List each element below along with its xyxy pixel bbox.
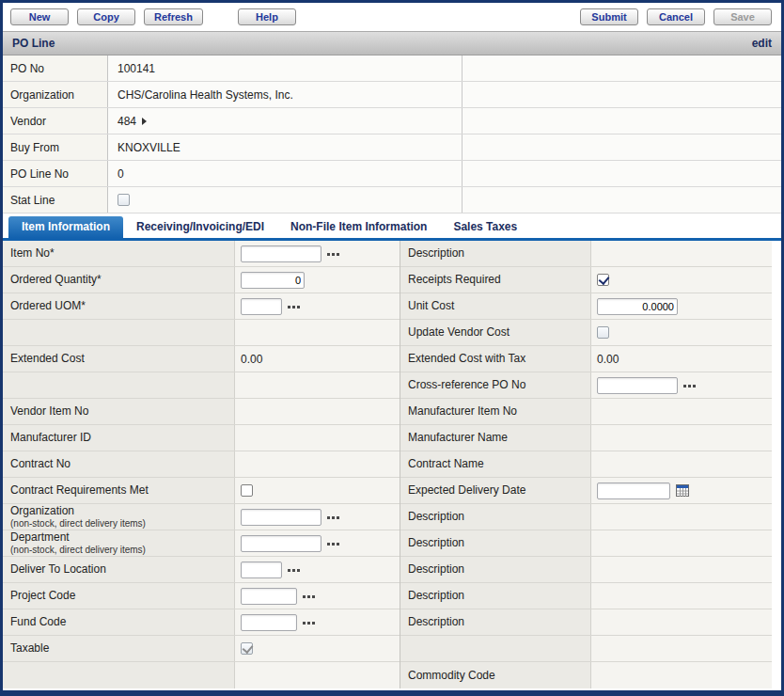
contract-no-label: Contract No [10,458,234,470]
taxable-checkbox[interactable] [241,642,253,655]
po-no-value: 100141 [108,55,463,81]
deliver-to-location-lookup-icon[interactable] [288,568,301,572]
new-button[interactable]: New [10,8,69,25]
organization-nonstock-label: Organization [10,505,234,517]
extended-cost-with-tax-label: Extended Cost with Tax [408,353,590,365]
project-code-row: Project Code [3,583,400,609]
blank-row [3,372,400,399]
cross-reference-po-no-lookup-icon[interactable] [683,384,697,388]
description-label: Description [408,511,590,523]
vendor-row: Vendor 484 [3,108,781,134]
organization-nonstock-sublabel: (non-stock, direct delivery items) [10,517,234,530]
update-vendor-cost-checkbox[interactable] [597,326,609,339]
cross-reference-po-no-row: Cross-reference PO No [400,372,772,399]
buy-from-row: Buy From KNOXVILLE [3,134,781,161]
item-information-panel: Item No* Ordered Quantity* Ordered UOM* [3,241,781,688]
item-no-row: Item No* [3,241,400,267]
item-no-input[interactable] [241,245,321,262]
project-code-label: Project Code [10,590,234,602]
ordered-quantity-input[interactable] [241,272,305,289]
buy-from-label: Buy From [3,134,108,160]
description-value [591,530,772,556]
ordered-uom-lookup-icon[interactable] [288,305,301,308]
organization-nonstock-lookup-icon[interactable] [327,515,340,519]
ordered-quantity-label: Ordered Quantity* [10,274,234,286]
manufacturer-id-label: Manufacturer ID [10,432,234,444]
unit-cost-input[interactable] [597,298,678,315]
item-no-lookup-icon[interactable] [327,252,340,256]
tab-item-information[interactable]: Item Information [8,216,123,238]
drilldown-arrow-icon[interactable] [142,118,147,125]
description-value [591,241,772,266]
po-line-window: New Copy Refresh Help Submit Cancel Save… [0,0,784,696]
description-row: Description [400,504,772,530]
copy-button[interactable]: Copy [77,8,135,25]
fund-code-input[interactable] [241,614,297,631]
po-line-no-value: 0 [108,161,463,186]
project-code-lookup-icon[interactable] [303,594,316,598]
update-vendor-cost-row: Update Vendor Cost [400,320,772,346]
commodity-code-value [591,662,772,688]
deliver-to-location-row: Deliver To Location [3,557,400,583]
extended-cost-label: Extended Cost [10,353,234,365]
stat-line-checkbox[interactable] [118,194,130,206]
tab-receiving-invoicing-edi[interactable]: Receiving/Invoicing/EDI [123,216,277,238]
description-label: Description [408,590,590,602]
calendar-icon[interactable] [676,484,689,497]
receipts-required-label: Receipts Required [408,274,590,286]
description-label: Description [408,247,590,260]
po-line-no-row: PO Line No 0 [3,161,781,187]
page-title: PO Line [12,37,55,50]
cross-reference-po-no-input[interactable] [597,377,678,394]
department-nonstock-row: Department (non-stock, direct delivery i… [3,530,400,557]
tab-non-file-item-information[interactable]: Non-File Item Information [277,216,440,238]
expected-delivery-date-input[interactable] [597,482,670,499]
help-button[interactable]: Help [238,8,296,25]
blank-row [3,662,400,688]
description-label: Description [408,616,590,628]
po-no-label: PO No [3,55,108,81]
description-row: Description [400,530,772,557]
tab-sales-taxes[interactable]: Sales Taxes [440,216,530,238]
ordered-uom-row: Ordered UOM* [3,293,400,320]
section-header: PO Line edit [3,31,781,55]
description-row: Description [400,241,772,267]
project-code-input[interactable] [241,588,297,605]
stat-line-row: Stat Line [3,187,781,214]
manufacturer-id-row: Manufacturer ID [3,425,400,451]
organization-label: Organization [3,82,108,107]
fund-code-lookup-icon[interactable] [303,621,316,625]
fund-code-row: Fund Code [3,609,400,636]
form-right-column: Description Receipts Required Unit Cost … [400,241,772,688]
refresh-button[interactable]: Refresh [144,8,203,25]
submit-button[interactable]: Submit [580,8,638,25]
update-vendor-cost-label: Update Vendor Cost [408,326,590,339]
manufacturer-name-row: Manufacturer Name [400,425,772,451]
deliver-to-location-input[interactable] [241,562,282,578]
manufacturer-item-no-label: Manufacturer Item No [408,405,590,418]
contract-no-value [235,451,400,477]
extended-cost-row: Extended Cost 0.00 [3,346,400,372]
cancel-button[interactable]: Cancel [647,8,705,25]
organization-nonstock-input[interactable] [241,509,321,526]
description-value [591,609,772,635]
description-row: Description [400,583,772,609]
manufacturer-id-value [235,425,400,451]
department-nonstock-lookup-icon[interactable] [327,542,340,546]
taxable-label: Taxable [10,642,234,655]
description-value [591,583,772,609]
contract-requirements-met-checkbox[interactable] [241,484,253,497]
po-line-no-label: PO Line No [3,161,108,186]
vendor-item-no-label: Vendor Item No [10,405,234,418]
unit-cost-row: Unit Cost [400,293,772,320]
manufacturer-name-label: Manufacturer Name [408,432,590,444]
extended-cost-with-tax-value: 0.00 [597,353,619,366]
description-value [591,504,772,530]
expected-delivery-date-label: Expected Delivery Date [408,484,590,497]
save-button[interactable]: Save [713,8,772,25]
ordered-uom-input[interactable] [241,298,282,315]
receipts-required-checkbox[interactable] [597,274,609,286]
department-nonstock-input[interactable] [241,535,321,552]
blank-row [400,636,772,662]
description-row: Description [400,557,772,583]
